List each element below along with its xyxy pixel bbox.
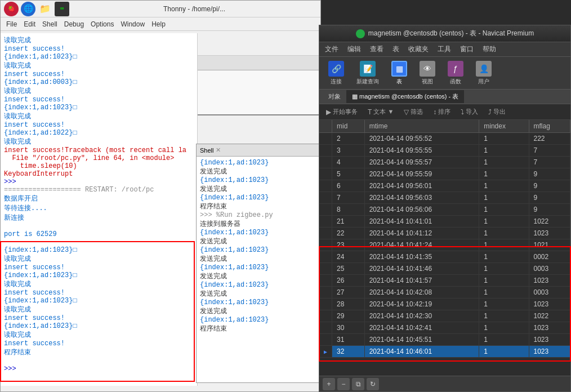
nav-menu-table[interactable]: 表 xyxy=(390,43,402,55)
nav-view-btn[interactable]: 👁 视图 xyxy=(415,59,440,88)
cell-mid[interactable]: 22 xyxy=(332,228,365,239)
col-mindex[interactable]: mindex xyxy=(479,120,529,133)
text-btn[interactable]: T 文本 ▼ xyxy=(364,106,397,117)
cell-mtime[interactable]: 2021-04-14 10:42:41 xyxy=(364,322,479,334)
table-row[interactable]: 262021-04-14 10:41:5711023 xyxy=(319,275,570,287)
table-row[interactable]: 242021-04-14 10:41:3510002 xyxy=(319,251,570,263)
cell-mid[interactable]: 32 xyxy=(332,346,365,358)
cell-mid[interactable]: 24 xyxy=(332,251,365,263)
nav-menu-tools[interactable]: 工具 xyxy=(435,43,453,55)
cell-mindex[interactable]: 1 xyxy=(479,334,529,346)
cell-mtime[interactable]: 2021-04-14 09:55:57 xyxy=(364,157,479,168)
cell-mflag[interactable]: 1023 xyxy=(529,334,570,346)
table-row[interactable]: 222021-04-14 10:41:1211023 xyxy=(319,228,570,239)
cell-mtime[interactable]: 2021-04-14 10:42:08 xyxy=(364,287,479,299)
cell-mindex[interactable]: 1 xyxy=(479,299,529,310)
cell-mtime[interactable]: 2021-04-14 09:56:01 xyxy=(364,180,479,192)
cell-mid[interactable]: 3 xyxy=(332,145,365,157)
tab-table-view[interactable]: ▦ magnetism @centosdb (centos) - 表 xyxy=(346,90,464,103)
menu-shell[interactable]: Shell xyxy=(39,19,61,29)
cell-mindex[interactable]: 1 xyxy=(479,322,529,334)
cell-mflag[interactable]: 7 xyxy=(529,157,570,168)
nav-connect-btn[interactable]: 🔗 连接 xyxy=(324,59,349,88)
cell-mflag[interactable]: 7 xyxy=(529,145,570,157)
cell-mindex[interactable]: 1 xyxy=(479,192,529,204)
cell-mid[interactable]: 8 xyxy=(332,204,365,216)
refresh-btn[interactable]: ↻ xyxy=(367,378,379,390)
cell-mindex[interactable]: 1 xyxy=(479,204,529,216)
menu-file[interactable]: File xyxy=(3,19,20,29)
cell-mindex[interactable]: 1 xyxy=(479,310,529,322)
delete-row-btn[interactable]: − xyxy=(337,378,350,390)
cell-mid[interactable]: 30 xyxy=(332,322,365,334)
table-row[interactable]: 272021-04-14 10:42:0810003 xyxy=(319,287,570,299)
filter-btn[interactable]: ▽ 筛选 xyxy=(400,106,426,117)
table-row[interactable]: 252021-04-14 10:41:4610003 xyxy=(319,263,570,275)
table-row[interactable]: 82021-04-14 09:56:0619 xyxy=(319,204,570,216)
cell-mtime[interactable]: 2021-04-14 10:41:24 xyxy=(364,239,479,251)
add-row-btn[interactable]: + xyxy=(323,378,335,390)
export-btn[interactable]: ⤴ 导出 xyxy=(485,106,509,117)
menu-help[interactable]: Help xyxy=(148,19,169,29)
cell-mtime[interactable]: 2021-04-14 10:45:51 xyxy=(364,334,479,346)
col-mtime[interactable]: mtime xyxy=(364,120,479,133)
cell-mindex[interactable]: 1 xyxy=(479,216,529,228)
cell-mflag[interactable]: 0003 xyxy=(529,263,570,275)
nav-menu-file[interactable]: 文件 xyxy=(323,43,341,55)
table-row[interactable]: 292021-04-14 10:42:3011022 xyxy=(319,310,570,322)
cell-mflag[interactable]: 9 xyxy=(529,192,570,204)
cell-mindex[interactable]: 1 xyxy=(479,346,529,358)
cell-mtime[interactable]: 2021-04-14 10:46:01 xyxy=(364,346,479,358)
cell-mtime[interactable]: 2021-04-14 10:42:19 xyxy=(364,299,479,310)
table-row[interactable]: 282021-04-14 10:42:1911023 xyxy=(319,299,570,310)
cell-mtime[interactable]: 2021-04-14 09:55:59 xyxy=(364,168,479,180)
table-row[interactable]: 212021-04-14 10:41:0111022 xyxy=(319,216,570,228)
cell-mindex[interactable]: 1 xyxy=(479,239,529,251)
cell-mtime[interactable]: 2021-04-14 10:41:57 xyxy=(364,275,479,287)
cell-mindex[interactable]: 1 xyxy=(479,180,529,192)
cell-mindex[interactable]: 1 xyxy=(479,251,529,263)
table-row[interactable]: 22021-04-14 09:55:521222 xyxy=(319,133,570,145)
menu-window[interactable]: Window xyxy=(117,19,148,29)
cell-mindex[interactable]: 1 xyxy=(479,133,529,145)
tab-objects[interactable]: 对象 xyxy=(323,90,346,103)
nav-menu-fav[interactable]: 收藏夹 xyxy=(406,43,431,55)
cell-mid[interactable]: 5 xyxy=(332,168,365,180)
table-row[interactable]: 72021-04-14 09:56:0319 xyxy=(319,192,570,204)
cell-mid[interactable]: 21 xyxy=(332,216,365,228)
console-content[interactable]: 读取完成 insert success! {index:1,ad:1023}□ … xyxy=(1,33,197,386)
menu-options[interactable]: Options xyxy=(87,19,117,29)
duplicate-btn[interactable]: ⧉ xyxy=(352,378,364,390)
cell-mflag[interactable]: 0002 xyxy=(529,251,570,263)
table-row[interactable]: 302021-04-14 10:42:4111023 xyxy=(319,322,570,334)
shell-close[interactable]: ✕ xyxy=(216,146,221,154)
cell-mflag[interactable]: 9 xyxy=(529,204,570,216)
cell-mflag[interactable]: 9 xyxy=(529,180,570,192)
cell-mtime[interactable]: 2021-04-14 10:42:30 xyxy=(364,310,479,322)
shell-content[interactable]: {index:1,ad:1023} 发送完成 {index:1,ad:1023}… xyxy=(197,157,320,382)
cell-mtime[interactable]: 2021-04-14 09:56:06 xyxy=(364,204,479,216)
cell-mtime[interactable]: 2021-04-14 10:41:12 xyxy=(364,228,479,239)
nav-menu-view[interactable]: 查看 xyxy=(368,43,386,55)
folder-icon[interactable]: 📁 xyxy=(38,2,52,16)
raspberry-pi-icon[interactable]: 🍓 xyxy=(4,2,19,16)
cell-mflag[interactable]: 0003 xyxy=(529,287,570,299)
cell-mtime[interactable]: 2021-04-14 10:41:01 xyxy=(364,216,479,228)
cell-mflag[interactable]: 1023 xyxy=(529,275,570,287)
menu-edit[interactable]: Edit xyxy=(20,19,39,29)
cell-mid[interactable]: 6 xyxy=(332,180,365,192)
nav-menu-edit[interactable]: 编辑 xyxy=(345,43,363,55)
nav-menu-window[interactable]: 窗口 xyxy=(458,43,476,55)
sort-btn[interactable]: ↕ 排序 xyxy=(430,106,454,117)
cell-mid[interactable]: 2 xyxy=(332,133,365,145)
globe-icon[interactable]: 🌐 xyxy=(21,2,35,16)
cell-mflag[interactable]: 1022 xyxy=(529,310,570,322)
cell-mflag[interactable]: 1023 xyxy=(529,322,570,334)
table-row[interactable]: 312021-04-14 10:45:5111023 xyxy=(319,334,570,346)
cell-mid[interactable]: 31 xyxy=(332,334,365,346)
data-table-container[interactable]: mid mtime mindex mflag 22021-04-14 09:55… xyxy=(319,120,570,368)
cell-mflag[interactable]: 1023 xyxy=(529,299,570,310)
cell-mid[interactable]: 23 xyxy=(332,239,365,251)
nav-menu-help[interactable]: 帮助 xyxy=(480,43,498,55)
cell-mflag[interactable]: 1021 xyxy=(529,239,570,251)
